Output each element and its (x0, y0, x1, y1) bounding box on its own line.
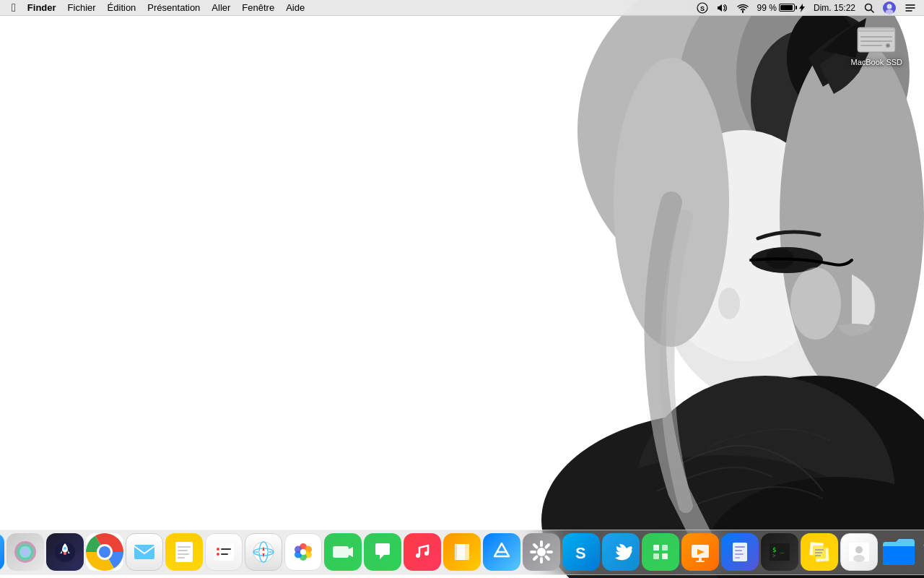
svg-point-20 (718, 288, 740, 319)
svg-point-63 (217, 553, 219, 556)
dock: S (0, 530, 924, 575)
fenetre-menu[interactable]: Fenêtre (236, 1, 280, 14)
dock-item-books[interactable] (443, 533, 481, 571)
drive-icon (856, 22, 897, 56)
dock-item-numbers[interactable] (642, 533, 679, 571)
svg-text:S: S (575, 544, 586, 562)
dock-item-photos[interactable] (284, 533, 322, 571)
dock-item-messages[interactable] (364, 533, 401, 571)
svg-line-93 (534, 557, 537, 560)
desktop-wallpaper (419, 0, 924, 578)
audio-status-icon[interactable] (715, 3, 731, 13)
svg-rect-55 (175, 542, 193, 562)
svg-line-92 (546, 545, 549, 548)
menubar:  Finder Fichier Édition Présentation Al… (0, 0, 924, 16)
svg-rect-98 (662, 553, 668, 559)
macbook-ssd-drive[interactable]: MacBook SSD (850, 22, 902, 66)
svg-rect-107 (735, 557, 740, 558)
battery-status[interactable]: 99 % (755, 3, 807, 13)
dock-item-appstore[interactable] (483, 533, 520, 571)
svg-point-78 (412, 542, 432, 562)
fichier-menu[interactable]: Fichier (62, 1, 102, 14)
dock-item-keynote[interactable] (681, 533, 719, 571)
svg-line-33 (871, 9, 874, 12)
svg-point-35 (887, 4, 892, 9)
svg-point-29 (887, 45, 889, 47)
dock-item-folder[interactable] (880, 533, 918, 571)
presentation-menu[interactable]: Présentation (141, 1, 206, 14)
svg-point-61 (217, 548, 219, 551)
dock-item-twitter[interactable] (602, 533, 640, 571)
dock-item-launchpad[interactable] (46, 533, 84, 571)
svg-point-53 (99, 546, 110, 558)
svg-rect-54 (134, 545, 154, 559)
svg-text:>: > (772, 553, 776, 559)
svg-line-90 (534, 545, 537, 548)
svg-point-118 (855, 546, 863, 553)
notification-center-icon[interactable] (902, 3, 918, 13)
svg-rect-95 (653, 545, 659, 551)
aide-menu[interactable]: Aide (280, 1, 310, 14)
svg-rect-105 (735, 550, 742, 551)
dock-item-finder[interactable] (0, 533, 4, 571)
svg-rect-77 (333, 546, 349, 558)
svg-rect-64 (221, 553, 228, 555)
desktop: MacBook SSD  Finder Fichier Édition Pré… (0, 0, 924, 578)
shazam-status-icon[interactable]: S (694, 2, 710, 14)
svg-point-49 (64, 552, 66, 555)
menubar-right: S 99 % (694, 1, 918, 14)
datetime-status[interactable]: Dim. 15:22 (811, 3, 858, 13)
svg-point-11 (780, 36, 924, 397)
svg-rect-103 (733, 543, 747, 561)
dock-item-contacts[interactable] (840, 533, 878, 571)
dock-item-skype[interactable]: S (562, 533, 600, 571)
svg-point-119 (853, 555, 865, 562)
svg-point-80 (424, 551, 429, 556)
svg-point-21 (790, 267, 841, 340)
svg-rect-26 (860, 40, 892, 42)
svg-rect-24 (859, 29, 894, 30)
svg-rect-58 (178, 553, 189, 555)
wifi-status-icon[interactable] (735, 3, 751, 13)
svg-line-91 (546, 557, 549, 560)
edition-menu[interactable]: Édition (102, 1, 142, 14)
svg-rect-27 (860, 45, 882, 46)
svg-rect-60 (214, 543, 234, 561)
svg-point-76 (300, 549, 306, 555)
svg-rect-97 (653, 553, 659, 559)
svg-point-85 (537, 548, 546, 556)
dock-item-stickies[interactable] (801, 533, 838, 571)
dock-item-trash[interactable] (920, 533, 924, 571)
aller-menu[interactable]: Aller (206, 1, 236, 14)
dock-item-reminders[interactable] (205, 533, 243, 571)
svg-rect-82 (459, 544, 469, 560)
battery-icon (779, 4, 797, 12)
finder-menu[interactable]: Finder (22, 1, 62, 14)
dock-item-music[interactable] (404, 533, 441, 571)
drive-label: MacBook SSD (850, 58, 902, 66)
svg-rect-56 (178, 546, 191, 548)
dock-item-sysprefs[interactable] (523, 533, 560, 571)
dock-item-facetime[interactable] (324, 533, 362, 571)
apple-menu[interactable]:  (6, 1, 22, 14)
svg-rect-57 (178, 550, 188, 551)
svg-rect-62 (221, 548, 231, 550)
svg-point-47 (19, 546, 31, 558)
dock-item-notes[interactable] (165, 533, 203, 571)
spotlight-icon[interactable] (862, 3, 876, 13)
svg-rect-83 (456, 545, 457, 559)
user-avatar[interactable] (881, 1, 898, 14)
dock-item-chrome[interactable] (86, 533, 123, 571)
dock-item-pages[interactable] (721, 533, 759, 571)
svg-rect-101 (696, 561, 705, 562)
svg-rect-104 (735, 546, 745, 548)
dock-item-siri[interactable] (6, 533, 44, 571)
dock-item-terminal[interactable]: $ _ > (761, 533, 798, 571)
svg-point-79 (416, 553, 420, 558)
svg-rect-59 (178, 557, 185, 558)
svg-rect-100 (699, 558, 702, 561)
svg-rect-96 (662, 545, 668, 551)
dock-item-mail[interactable] (126, 533, 163, 571)
svg-point-50 (64, 547, 66, 550)
dock-item-browser[interactable] (245, 533, 282, 571)
